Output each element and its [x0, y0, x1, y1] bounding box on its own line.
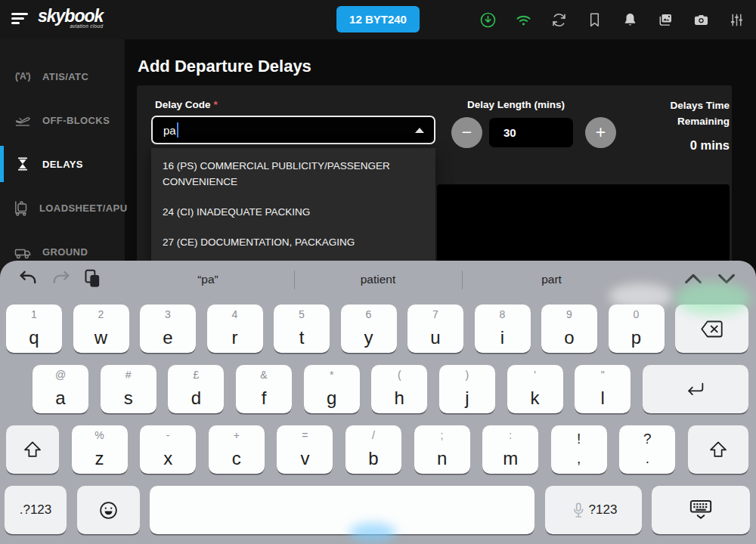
key-t[interactable]: 5t [274, 304, 330, 353]
flight-button[interactable]: 12 BYT240 [336, 6, 420, 32]
key-shift-left[interactable] [6, 425, 59, 474]
key-mic-numbers[interactable]: ?123 [545, 486, 642, 534]
key-primary-label: j [439, 388, 495, 409]
bell-icon[interactable] [621, 11, 639, 29]
bookmark-icon[interactable] [586, 11, 603, 29]
key-e[interactable]: 3e [140, 304, 196, 353]
adjustments-icon[interactable] [728, 11, 745, 29]
key-numbers[interactable]: .?123 [5, 486, 67, 534]
key-primary-label: l [575, 388, 631, 409]
key-j[interactable]: )j [439, 365, 495, 413]
key-g[interactable]: *g [304, 365, 360, 413]
key-w[interactable]: 2w [73, 304, 129, 353]
key-primary-label: x [140, 448, 196, 469]
key-backspace[interactable] [675, 304, 748, 353]
camera-icon[interactable] [692, 11, 710, 29]
key-primary-label: b [345, 448, 401, 469]
key-z[interactable]: %z [72, 425, 128, 474]
key-secondary-label: 2 [73, 308, 129, 320]
key-secondary-label: ( [371, 369, 427, 381]
key-n[interactable]: ;n [414, 425, 470, 474]
key-m[interactable]: :m [482, 425, 538, 474]
suggestion-word-1[interactable]: patient [295, 261, 461, 298]
key-y[interactable]: 6y [341, 304, 397, 353]
sync-icon[interactable] [550, 11, 568, 29]
key-u[interactable]: 7u [407, 304, 463, 353]
chevron-down-icon[interactable] [716, 270, 737, 287]
key-l[interactable]: "l [575, 365, 631, 413]
key-r[interactable]: 4r [207, 304, 263, 353]
key-primary-label: k [507, 388, 563, 409]
delays-time-remaining-value: 0 mins [690, 138, 730, 153]
increment-button[interactable]: + [585, 117, 616, 148]
key-f[interactable]: &f [236, 365, 292, 413]
key-h[interactable]: (h [371, 365, 427, 413]
key-secondary-label: 7 [407, 308, 463, 320]
dropdown-option[interactable]: 24 (CI) INADEQUATE PACKING [151, 197, 435, 227]
key-q[interactable]: 1q [6, 304, 62, 353]
onscreen-keyboard: “pa” patient part 1q2w3e4r5t6y7u8i9o0p @… [0, 261, 756, 544]
key-primary-label: r [207, 327, 263, 348]
key-x[interactable]: -x [140, 425, 196, 474]
dropdown-option[interactable]: 27 (CE) DOCUMENTATION, PACKAGING [151, 227, 435, 258]
key-emoji[interactable] [77, 486, 140, 534]
sidebar-item-atis-atc[interactable]: ('A') ATIS/ATC [0, 54, 125, 98]
key-v[interactable]: =v [277, 425, 333, 474]
luggage-cart-icon [12, 199, 30, 217]
decrement-button[interactable]: − [451, 117, 482, 148]
key-s[interactable]: #s [101, 365, 156, 413]
key-primary-label: v [277, 448, 333, 469]
key-d[interactable]: £d [168, 365, 224, 413]
shift-icon [23, 440, 42, 459]
app-screen: skybook aviation cloud 12 BYT240 [0, 0, 756, 544]
delay-code-input[interactable]: pa [151, 116, 435, 144]
sidebar-item-label: LOADSHEET/APU [39, 202, 127, 214]
key-shift-right[interactable] [688, 425, 748, 474]
gallery-icon[interactable] [657, 11, 674, 29]
key-space[interactable] [150, 486, 534, 534]
backspace-icon [701, 320, 723, 338]
dismiss-keyboard-icon [689, 499, 712, 521]
shift-icon [708, 440, 728, 459]
key-dismiss-keyboard[interactable] [652, 486, 750, 534]
key-primary-label: f [236, 388, 292, 409]
key-primary-label: z [72, 448, 128, 469]
chevron-up-icon[interactable] [683, 270, 704, 287]
key-question-period[interactable]: ?. [619, 425, 675, 474]
key-exclaim-comma[interactable]: !, [551, 425, 607, 474]
plane-departure-icon [12, 111, 33, 129]
key-secondary-label: ! [551, 431, 607, 447]
key-a[interactable]: @a [33, 365, 88, 413]
key-b[interactable]: /b [345, 425, 401, 474]
key-k[interactable]: 'k [507, 365, 563, 413]
key-p[interactable]: 0p [609, 304, 665, 353]
hamburger-menu-icon[interactable] [11, 13, 29, 26]
key-secondary-label: 9 [541, 308, 597, 320]
keyboard-row-1: 1q2w3e4r5t6y7u8i9o0p [6, 304, 748, 353]
key-o[interactable]: 9o [541, 304, 597, 353]
download-icon[interactable] [479, 11, 497, 29]
paste-icon[interactable] [83, 269, 103, 289]
wifi-icon[interactable] [515, 11, 532, 29]
key-c[interactable]: +c [209, 425, 265, 474]
delay-length-input[interactable]: 30 [489, 118, 573, 147]
sidebar-item-off-blocks[interactable]: OFF-BLOCKS [0, 98, 125, 142]
sidebar-item-delays[interactable]: DELAYS [0, 142, 125, 186]
return-icon [685, 381, 705, 398]
chevron-up-icon[interactable] [415, 128, 424, 133]
top-bar: skybook aviation cloud 12 BYT240 [0, 0, 756, 39]
suggestion-bar: “pa” patient part [0, 261, 756, 300]
sidebar-item-label: GROUND [42, 246, 88, 258]
suggestion-literal[interactable]: “pa” [121, 261, 295, 298]
redo-icon[interactable] [51, 269, 71, 289]
key-primary-label: n [414, 448, 470, 469]
dropdown-option[interactable]: 16 (PS) COMMERCIAL PUBLICITY/PASSENGER C… [151, 151, 435, 197]
key-secondary-label: + [209, 429, 265, 441]
undo-icon[interactable] [18, 269, 38, 289]
sidebar-item-label: OFF-BLOCKS [42, 115, 110, 126]
suggestion-word-2[interactable]: part [463, 261, 640, 298]
sidebar-item-loadsheet-apu[interactable]: LOADSHEET/APU [0, 186, 125, 230]
key-i[interactable]: 8i [475, 304, 531, 353]
key-return[interactable] [643, 365, 748, 413]
key-primary-label: s [101, 388, 156, 409]
